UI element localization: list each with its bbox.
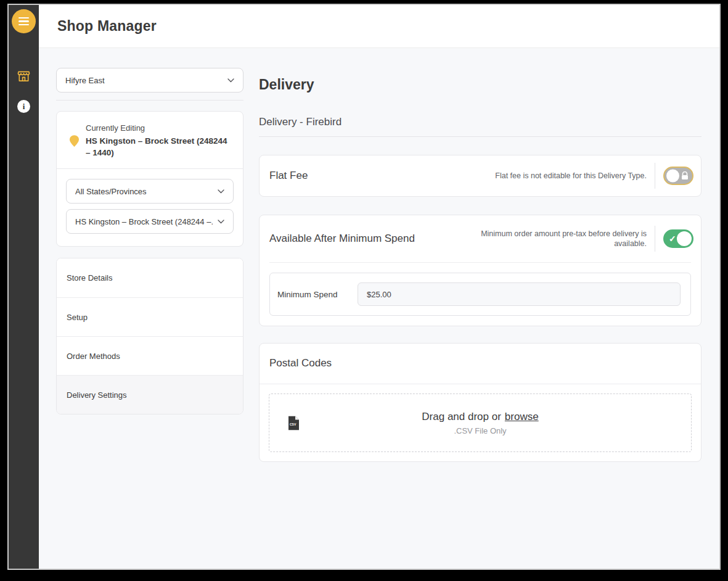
chevron-down-icon bbox=[227, 78, 234, 83]
nav-item-order-methods[interactable]: Order Methods bbox=[57, 336, 243, 375]
hamburger-icon bbox=[18, 17, 29, 19]
page-title: Delivery bbox=[259, 76, 701, 93]
store-nav-button[interactable] bbox=[17, 69, 31, 83]
toggle-knob bbox=[666, 170, 679, 183]
minimum-spend-field-group: Minimum Spend bbox=[269, 273, 691, 316]
editing-card-divider bbox=[57, 168, 243, 169]
nav-item-delivery-settings[interactable]: Delivery Settings bbox=[57, 375, 243, 414]
currently-editing-row: Currently Editing HS Kingston – Brock St… bbox=[66, 123, 234, 159]
store-select-value: HS Kingston – Brock Street (248244 –... bbox=[75, 217, 213, 226]
shop-select-value: Hifyre East bbox=[65, 76, 105, 85]
page-body: Hifyre East Currently Editing HS Kingsto… bbox=[39, 48, 719, 569]
currently-editing-store-name: HS Kingston – Brock Street (248244 – 144… bbox=[86, 135, 234, 159]
minimum-spend-hint: Minimum order amount pre-tax before deli… bbox=[477, 229, 647, 249]
storefront-icon bbox=[17, 69, 31, 83]
toggle-knob bbox=[677, 231, 692, 246]
currently-editing-card: Currently Editing HS Kingston – Brock St… bbox=[56, 111, 243, 247]
chevron-down-icon bbox=[218, 220, 224, 224]
file-type-hint: .CSV File Only bbox=[454, 426, 506, 435]
app-header: Shop Manager bbox=[39, 5, 719, 48]
app-window: i Shop Manager Hifyre East bbox=[9, 5, 719, 569]
flat-fee-hint: Flat fee is not editable for this Delive… bbox=[495, 171, 647, 181]
menu-button[interactable] bbox=[12, 9, 36, 33]
minimum-spend-toggle[interactable]: ✓ bbox=[663, 229, 693, 248]
app-title: Shop Manager bbox=[57, 18, 157, 35]
csv-dropzone[interactable]: CSV Drag and drop orbrowse .CSV File Onl… bbox=[269, 394, 692, 452]
left-panel: Hifyre East Currently Editing HS Kingsto… bbox=[56, 68, 243, 414]
flat-fee-toggle[interactable] bbox=[663, 167, 693, 185]
left-panel-divider bbox=[56, 100, 243, 101]
section-divider bbox=[259, 136, 701, 137]
minimum-spend-divider bbox=[269, 262, 691, 263]
lock-icon bbox=[681, 171, 689, 180]
minimum-spend-title: Available After Minimum Spend bbox=[269, 233, 415, 245]
nav-item-setup[interactable]: Setup bbox=[57, 297, 243, 336]
settings-nav: Store Details Setup Order Methods Delive… bbox=[56, 258, 243, 414]
chevron-down-icon bbox=[218, 189, 224, 194]
info-icon[interactable]: i bbox=[17, 100, 30, 113]
nav-item-store-details[interactable]: Store Details bbox=[57, 258, 243, 297]
minimum-spend-input[interactable] bbox=[358, 282, 681, 306]
minimum-spend-field-label: Minimum Spend bbox=[277, 290, 358, 299]
flat-fee-title: Flat Fee bbox=[269, 170, 308, 182]
state-select-value: All States/Provinces bbox=[75, 187, 147, 196]
toggle-divider bbox=[655, 163, 655, 189]
svg-text:CSV: CSV bbox=[290, 422, 297, 426]
store-select[interactable]: HS Kingston – Brock Street (248244 –... bbox=[66, 209, 234, 234]
flat-fee-card: Flat Fee Flat fee is not editable for th… bbox=[259, 155, 701, 197]
section-title: Delivery - Firebird bbox=[259, 116, 701, 128]
minimum-spend-header: Available After Minimum Spend Minimum or… bbox=[260, 215, 701, 262]
main-column: Shop Manager Hifyre East bbox=[39, 5, 719, 569]
content-area: Delivery Delivery - Firebird Flat Fee Fl… bbox=[259, 68, 701, 462]
browse-link[interactable]: browse bbox=[505, 411, 539, 422]
currently-editing-label: Currently Editing bbox=[86, 123, 234, 133]
check-icon: ✓ bbox=[669, 234, 676, 244]
state-select[interactable]: All States/Provinces bbox=[66, 179, 234, 204]
toggle-divider bbox=[655, 226, 655, 252]
dropzone-text: Drag and drop orbrowse bbox=[422, 411, 538, 423]
postal-codes-divider bbox=[260, 384, 701, 384]
icon-rail: i bbox=[9, 5, 39, 569]
shop-select[interactable]: Hifyre East bbox=[56, 68, 243, 93]
csv-file-icon: CSV bbox=[288, 416, 299, 430]
drop-label: Drag and drop or bbox=[422, 411, 501, 422]
minimum-spend-card: Available After Minimum Spend Minimum or… bbox=[259, 215, 701, 326]
postal-codes-title: Postal Codes bbox=[260, 344, 701, 369]
map-pin-icon bbox=[70, 135, 79, 147]
postal-codes-card: Postal Codes CSV Drag and drop orbrowse bbox=[259, 343, 701, 462]
